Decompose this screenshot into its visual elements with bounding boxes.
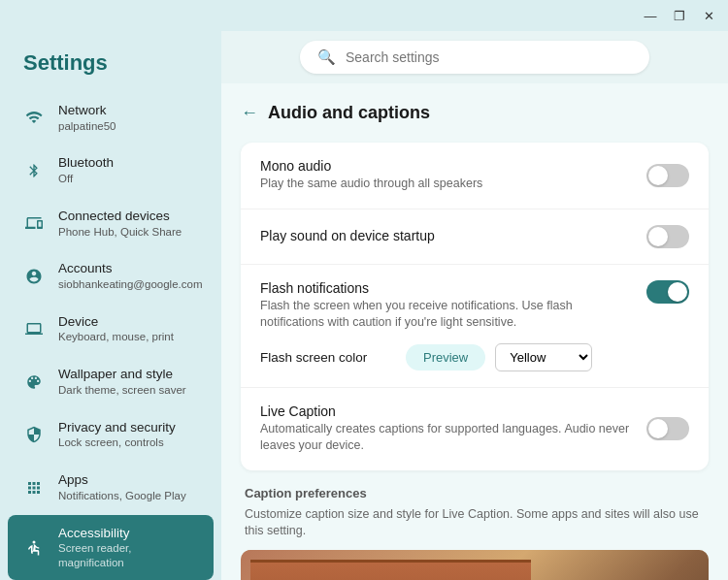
app-title: Settings: [0, 31, 221, 91]
flash-toggle-knob: [668, 282, 687, 302]
flash-top: Flash notifications Flash the screen whe…: [260, 280, 689, 332]
caption-preferences-header: Caption preferences: [241, 486, 709, 500]
sidebar-item-wallpaper[interactable]: Wallpaper and style Dark theme, screen s…: [8, 356, 214, 406]
palette-icon: [23, 371, 45, 393]
shield-icon: [23, 424, 45, 445]
preview-button[interactable]: Preview: [406, 344, 485, 371]
search-bar[interactable]: 🔍: [300, 41, 649, 74]
content-panel: ← Audio and captions Mono audio Play the…: [221, 83, 728, 580]
back-button[interactable]: ←: [241, 103, 258, 123]
top-bar: 🔍: [221, 31, 728, 83]
sidebar-item-apps[interactable]: Apps Notifications, Google Play: [8, 462, 214, 512]
accounts-text: Accounts siobhankeating@google.com: [58, 260, 203, 291]
page-title: Audio and captions: [268, 103, 430, 123]
apps-icon: [23, 477, 45, 499]
privacy-text: Privacy and security Lock screen, contro…: [58, 419, 176, 450]
svg-point-0: [33, 540, 36, 543]
wifi-icon: [23, 107, 45, 128]
mono-audio-desc: Play the same audio through all speakers: [260, 176, 631, 193]
mono-audio-toggle[interactable]: [646, 164, 689, 187]
main-content: 🔍 ← Audio and captions Mono audio Play t…: [221, 31, 728, 580]
flash-color-label: Flash screen color: [260, 350, 396, 365]
mono-audio-name: Mono audio: [260, 158, 631, 174]
startup-sound-row: Play sound on device startup: [241, 209, 709, 265]
bluetooth-text: Bluetooth Off: [58, 154, 114, 185]
connected-text: Connected devices Phone Hub, Quick Share: [58, 208, 182, 239]
bluetooth-icon: [23, 160, 45, 181]
live-caption-desc: Automatically creates captions for suppo…: [260, 421, 631, 455]
sidebar-item-device[interactable]: Device Keyboard, mouse, print: [8, 304, 214, 354]
flash-notifications-section: Flash notifications Flash the screen whe…: [241, 265, 709, 388]
page-header: ← Audio and captions: [241, 99, 709, 127]
sidebar-item-accounts[interactable]: Accounts siobhankeating@google.com: [8, 250, 214, 301]
mono-audio-info: Mono audio Play the same audio through a…: [260, 158, 646, 193]
close-button[interactable]: ✕: [695, 5, 722, 26]
mono-audio-toggle-knob: [648, 166, 668, 185]
flash-color-row: Flash screen color Preview Yellow White …: [260, 343, 689, 371]
live-caption-info: Live Caption Automatically creates capti…: [260, 403, 646, 455]
titlebar: — ❐ ✕: [0, 0, 728, 31]
live-caption-toggle-knob: [648, 419, 668, 438]
maximize-button[interactable]: ❐: [666, 5, 693, 26]
settings-card: Mono audio Play the same audio through a…: [241, 143, 709, 470]
network-text: Network palpatine50: [58, 102, 116, 133]
flash-toggle[interactable]: [646, 280, 689, 304]
startup-sound-toggle-knob: [648, 227, 668, 246]
search-icon: 🔍: [317, 48, 336, 66]
sidebar-item-privacy[interactable]: Privacy and security Lock screen, contro…: [8, 409, 214, 460]
sidebar-item-accessibility[interactable]: Accessibility Screen reader, magnificati…: [8, 515, 214, 580]
color-select[interactable]: Yellow White Red Blue Green: [495, 343, 592, 371]
apps-text: Apps Notifications, Google Play: [58, 471, 186, 502]
startup-sound-toggle[interactable]: [646, 225, 689, 248]
flash-info: Flash notifications Flash the screen whe…: [260, 280, 646, 332]
app-window: Settings Network palpatine50 Bluetooth: [0, 31, 728, 580]
search-input[interactable]: [346, 49, 632, 65]
sidebar: Settings Network palpatine50 Bluetooth: [0, 31, 221, 580]
accessibility-text: Accessibility Screen reader, magnificati…: [58, 525, 198, 570]
sidebar-item-network[interactable]: Network palpatine50: [8, 92, 214, 143]
startup-sound-name: Play sound on device startup: [260, 228, 631, 243]
device-text: Device Keyboard, mouse, print: [58, 313, 174, 344]
account-icon: [23, 266, 45, 287]
mono-audio-row: Mono audio Play the same audio through a…: [241, 143, 709, 209]
caption-preferences-desc: Customize caption size and style for Liv…: [241, 506, 709, 540]
accessibility-icon: [23, 537, 45, 559]
sidebar-item-connected[interactable]: Connected devices Phone Hub, Quick Share: [8, 198, 214, 248]
wallpaper-text: Wallpaper and style Dark theme, screen s…: [58, 366, 186, 397]
live-caption-name: Live Caption: [260, 403, 631, 419]
caption-preview: The quick brown fox jumps over the lazy …: [241, 550, 709, 581]
flash-name: Flash notifications: [260, 280, 631, 296]
live-caption-toggle[interactable]: [646, 417, 689, 440]
sidebar-item-bluetooth[interactable]: Bluetooth Off: [8, 145, 214, 195]
flash-desc: Flash the screen when you receive notifi…: [260, 298, 631, 332]
device-icon: [23, 318, 45, 339]
live-caption-row: Live Caption Automatically creates capti…: [241, 388, 709, 470]
caption-preferences-section: Caption preferences Customize caption si…: [241, 486, 709, 581]
caption-image: [241, 550, 709, 581]
devices-icon: [23, 212, 45, 234]
minimize-button[interactable]: —: [637, 5, 664, 26]
startup-sound-info: Play sound on device startup: [260, 228, 646, 245]
